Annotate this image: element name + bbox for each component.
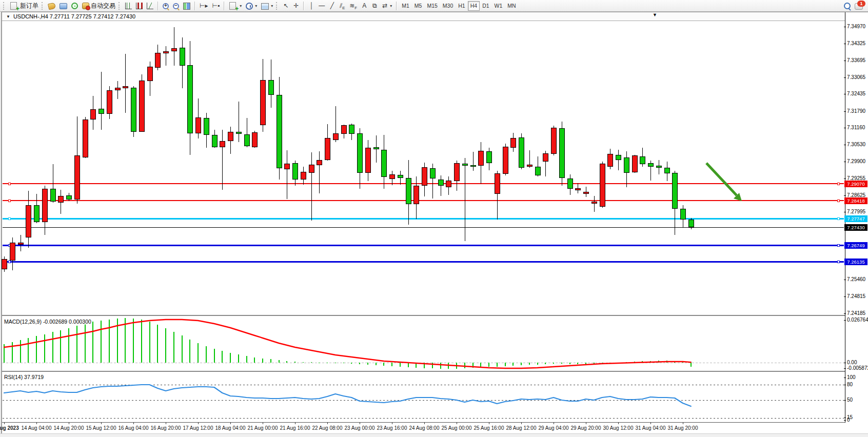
- timeframe-h1-button[interactable]: H1: [456, 1, 467, 11]
- templates-button[interactable]: ▾: [259, 1, 275, 11]
- cursor-tool-button[interactable]: ↖: [281, 1, 291, 11]
- toolbar-grip[interactable]: [3, 2, 6, 10]
- tile-windows-button[interactable]: [181, 1, 192, 11]
- main-toolbar: 新订单自动交易⊢▸⊢▪▾▾▾↖✛│—╱⫽E≋FA⧉⇄▾M1M5M15M30H1H…: [0, 0, 868, 12]
- chart-shift-button-icon: ⊢▪: [212, 2, 220, 10]
- label-tool-button[interactable]: ⧉: [369, 1, 380, 11]
- zoom-out-button-icon: [173, 3, 179, 9]
- crosshair-tool-button-icon: ✛: [293, 2, 299, 10]
- sound-alert-button[interactable]: [46, 1, 57, 11]
- timeframe-m1-button[interactable]: M1: [399, 1, 412, 11]
- signals-button-icon: [71, 3, 78, 9]
- candlestick-mode-button-icon: [136, 3, 143, 9]
- line-chart-mode-button[interactable]: [145, 1, 155, 11]
- timeframe-m15-button[interactable]: M15: [424, 1, 440, 11]
- price-chart-panel[interactable]: [2, 21, 845, 315]
- bar-chart-mode-button[interactable]: [123, 1, 134, 11]
- signals-button[interactable]: [69, 1, 80, 11]
- toolbar-separator: [194, 2, 195, 10]
- horizontal-line-tool-button[interactable]: —: [317, 1, 327, 11]
- text-tool-button[interactable]: A: [359, 1, 369, 11]
- macd-panel[interactable]: [2, 315, 845, 371]
- fibonacci-tool-button-icon: ≋F: [349, 2, 357, 10]
- zoom-in-button-icon: [163, 3, 169, 9]
- candlestick-mode-button[interactable]: [134, 1, 145, 11]
- indicators-button-icon: [229, 2, 236, 10]
- chart-title-bar[interactable]: ▼ USDCNH-,H4 7.27711 7.27725 7.27412 7.2…: [2, 12, 868, 21]
- periods-button[interactable]: ▾: [244, 1, 259, 11]
- timeframe-m5-button[interactable]: M5: [412, 1, 425, 11]
- label-tool-button-icon: ⧉: [371, 2, 378, 10]
- periods-button-caret-icon[interactable]: ▾: [255, 4, 257, 8]
- chart-title: USDCNH-,H4 7.27711 7.27725 7.27412 7.274…: [13, 13, 135, 19]
- bar-chart-mode-button-icon: [125, 3, 132, 9]
- toolbar-grip[interactable]: [119, 2, 121, 10]
- arrows-tool-button-caret-icon[interactable]: ▾: [390, 4, 392, 8]
- timeframe-d1-button[interactable]: D1: [480, 1, 491, 11]
- search-icon[interactable]: [844, 3, 851, 9]
- rsi-panel[interactable]: [2, 371, 845, 423]
- fibonacci-tool-button[interactable]: ≋F: [347, 1, 359, 11]
- rsi-label: RSI(14) 37.9719: [4, 374, 44, 380]
- toolbar-separator: [396, 2, 397, 10]
- mt4-application-window: { "toolbar": { "active_timeframe": "H4",…: [0, 0, 868, 437]
- toolbar-grip[interactable]: [42, 2, 44, 10]
- chart-shift-button[interactable]: ⊢▪: [210, 1, 222, 11]
- status-bar: [0, 433, 868, 437]
- text-tool-button-icon: A: [361, 2, 367, 10]
- toolbar-separator: [224, 2, 225, 10]
- tile-windows-button-icon: [183, 3, 190, 10]
- templates-button-caret-icon[interactable]: ▾: [271, 4, 273, 8]
- chart-window: ▼ USDCNH-,H4 7.27711 7.27725 7.27412 7.2…: [1, 12, 868, 433]
- arrows-tool-button-icon: ⇄: [382, 2, 388, 10]
- vertical-line-tool-button[interactable]: │: [306, 1, 317, 11]
- horizontal-line-tool-button-icon: —: [319, 2, 325, 10]
- sound-alert-button-icon: [48, 3, 56, 10]
- autotrading-button-label: 自动交易: [91, 2, 115, 10]
- new-order-button-label: 新订单: [20, 2, 38, 10]
- crosshair-tool-button[interactable]: ✛: [291, 1, 301, 11]
- macd-label: MACD(12,26,9) -0.002689 0.000300: [4, 319, 91, 325]
- market-watch-button-icon: [60, 3, 67, 9]
- auto-scroll-button-icon: ⊢▸: [200, 2, 208, 10]
- channel-tool-button[interactable]: ⫽E: [337, 1, 347, 11]
- vertical-line-tool-button-icon: │: [308, 2, 314, 10]
- periods-button-icon: [246, 3, 253, 10]
- time-axis[interactable]: [2, 423, 868, 433]
- notifications-icon[interactable]: 1: [855, 3, 863, 10]
- notifications-badge: 1: [857, 1, 865, 7]
- timeframe-mn-button[interactable]: MN: [505, 1, 518, 11]
- toolbar-separator: [157, 2, 159, 10]
- new-order-button-icon: [10, 2, 17, 10]
- price-axis[interactable]: [845, 12, 868, 423]
- indicators-button-caret-icon[interactable]: ▾: [240, 4, 242, 8]
- market-watch-button[interactable]: [57, 1, 69, 11]
- autotrading-button-icon: [82, 3, 89, 9]
- channel-tool-button-icon: ⫽E: [339, 2, 345, 10]
- zoom-in-button[interactable]: [161, 1, 171, 11]
- scroll-to-end-icon[interactable]: ▼: [653, 12, 657, 17]
- toolbar-grip[interactable]: [276, 2, 279, 10]
- autotrading-button[interactable]: 自动交易: [80, 1, 117, 11]
- templates-button-icon: [261, 3, 269, 10]
- chart-dropdown-icon[interactable]: ▼: [6, 14, 10, 19]
- zoom-out-button[interactable]: [171, 1, 181, 11]
- trendline-tool-button[interactable]: ╱: [327, 1, 337, 11]
- auto-scroll-button[interactable]: ⊢▸: [198, 1, 210, 11]
- toolbar-separator: [303, 2, 304, 10]
- timeframe-w1-button[interactable]: W1: [492, 1, 505, 11]
- timeframe-h4-button[interactable]: H4: [468, 1, 480, 11]
- trendline-tool-button-icon: ╱: [329, 2, 335, 10]
- timeframe-m30-button[interactable]: M30: [440, 1, 456, 11]
- new-order-button[interactable]: 新订单: [8, 1, 41, 11]
- line-chart-mode-button-icon: [147, 3, 153, 9]
- indicators-button[interactable]: ▾: [227, 1, 244, 11]
- cursor-tool-button-icon: ↖: [283, 2, 289, 10]
- arrows-tool-button[interactable]: ⇄▾: [380, 1, 394, 11]
